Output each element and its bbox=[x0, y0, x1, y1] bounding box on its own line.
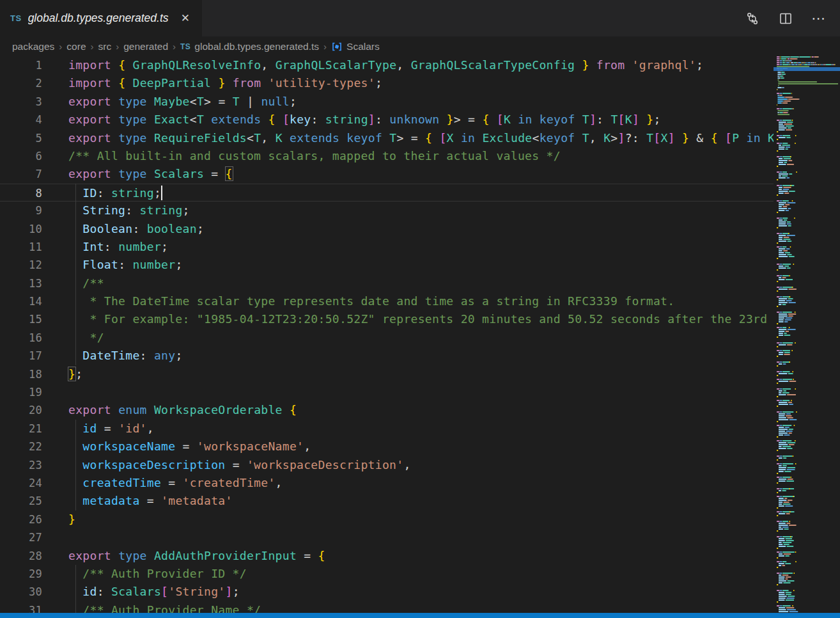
editor: 1import { GraphQLResolveInfo, GraphQLSca… bbox=[0, 56, 840, 613]
indent-guide bbox=[75, 184, 76, 365]
chevron-right-icon: › bbox=[116, 41, 119, 52]
code-line[interactable]: 20export enum WorkspaceOrderable { bbox=[0, 401, 774, 419]
code-line[interactable]: 26} bbox=[0, 511, 774, 528]
code-line[interactable]: 5export type RequireFields<T, K extends … bbox=[0, 129, 774, 147]
code-line[interactable]: 17 DateTime: any; bbox=[0, 347, 774, 365]
code-line[interactable]: 19 bbox=[0, 383, 774, 401]
line-content: /** All built-in and custom scalars, map… bbox=[42, 149, 561, 162]
line-number: 18 bbox=[0, 365, 42, 383]
line-number: 21 bbox=[0, 420, 42, 438]
code-line[interactable]: 4export type Exact<T extends { [key: str… bbox=[0, 111, 774, 129]
code-line[interactable]: 3export type Maybe<T> = T | null; bbox=[0, 93, 774, 111]
line-content: }; bbox=[42, 367, 82, 381]
line-content: export type Exact<T extends { [key: stri… bbox=[42, 113, 661, 126]
line-content bbox=[42, 385, 68, 399]
line-content: /** Auth Provider ID */ bbox=[42, 567, 247, 580]
breadcrumb-item-core[interactable]: core bbox=[66, 41, 86, 52]
code-line[interactable]: 31 /** Auth Provider Name */ bbox=[0, 601, 774, 613]
line-content: export type RequireFields<T, K extends k… bbox=[42, 131, 774, 145]
code-line[interactable]: 1import { GraphQLResolveInfo, GraphQLSca… bbox=[0, 56, 774, 74]
line-content: workspaceDescription = 'workspaceDescrip… bbox=[42, 458, 411, 471]
code-line[interactable]: 25 metadata = 'metadata' bbox=[0, 492, 774, 510]
split-editor-button[interactable] bbox=[777, 10, 794, 27]
line-content: * The DateTime scalar type represents da… bbox=[42, 294, 674, 308]
editor-tab[interactable]: TS global.db.types.generated.ts ✕ bbox=[0, 0, 202, 36]
code-line[interactable]: 7export type Scalars = { bbox=[0, 165, 774, 183]
line-number: 16 bbox=[0, 329, 42, 347]
line-number: 30 bbox=[0, 583, 42, 601]
symbol-object-icon bbox=[331, 41, 343, 52]
breadcrumb-item-global.db.types.generated.ts[interactable]: TSglobal.db.types.generated.ts bbox=[180, 41, 319, 52]
code-line[interactable]: 22 workspaceName = 'workspaceName', bbox=[0, 438, 774, 456]
code-line[interactable]: 27 bbox=[0, 528, 774, 546]
split-editor-icon bbox=[779, 12, 793, 26]
code-line[interactable]: 15 * For example: "1985-04-12T23:20:50.5… bbox=[0, 310, 774, 328]
line-number: 28 bbox=[0, 547, 42, 565]
minimap[interactable] bbox=[774, 56, 840, 613]
line-content: Boolean: boolean; bbox=[42, 222, 204, 235]
vscode-window: TS global.db.types.generated.ts ✕ bbox=[0, 0, 840, 618]
code-line[interactable]: 13 /** bbox=[0, 274, 774, 292]
line-number: 19 bbox=[0, 383, 42, 401]
code-line[interactable]: 2import { DeepPartial } from 'utility-ty… bbox=[0, 74, 774, 92]
code-line[interactable]: 12 Float: number; bbox=[0, 256, 774, 274]
line-content: * For example: "1985-04-12T23:20:50.52Z"… bbox=[42, 312, 774, 326]
code-lines[interactable]: 1import { GraphQLResolveInfo, GraphQLSca… bbox=[0, 56, 774, 613]
line-number: 14 bbox=[0, 292, 42, 310]
chevron-right-icon: › bbox=[91, 41, 94, 52]
line-number: 29 bbox=[0, 565, 42, 583]
line-content: } bbox=[42, 512, 75, 526]
breadcrumb-label: src bbox=[98, 41, 112, 52]
line-number: 31 bbox=[0, 601, 42, 613]
code-line[interactable]: 29 /** Auth Provider ID */ bbox=[0, 565, 774, 583]
line-content: */ bbox=[42, 331, 104, 344]
code-line[interactable]: 18}; bbox=[0, 365, 774, 383]
chevron-right-icon: › bbox=[323, 41, 327, 52]
breadcrumb-item-generated[interactable]: generated bbox=[123, 41, 168, 52]
line-number: 6 bbox=[0, 147, 42, 165]
line-number: 20 bbox=[0, 401, 42, 419]
code-line[interactable]: 9 String: string; bbox=[0, 202, 774, 219]
breadcrumb-item-Scalars[interactable]: Scalars bbox=[331, 41, 380, 52]
line-number: 17 bbox=[0, 347, 42, 365]
chevron-right-icon: › bbox=[59, 41, 62, 52]
text-cursor bbox=[161, 186, 162, 200]
code-line[interactable]: 23 workspaceDescription = 'workspaceDesc… bbox=[0, 456, 774, 474]
code-line[interactable]: 11 Int: number; bbox=[0, 238, 774, 256]
line-number: 11 bbox=[0, 238, 42, 256]
line-content: export type AddAuthProviderInput = { bbox=[42, 549, 325, 562]
line-number: 2 bbox=[0, 74, 42, 92]
line-number: 23 bbox=[0, 456, 42, 474]
line-content: import { DeepPartial } from 'utility-typ… bbox=[42, 76, 382, 90]
line-content: /** bbox=[42, 276, 104, 290]
code-line[interactable]: 14 * The DateTime scalar type represents… bbox=[0, 292, 774, 310]
editor-actions: ⋯ bbox=[744, 0, 840, 36]
line-content: id: Scalars['String']; bbox=[42, 585, 240, 598]
line-content: workspaceName = 'workspaceName', bbox=[42, 440, 311, 453]
line-number: 4 bbox=[0, 111, 42, 129]
line-content: Int: number; bbox=[42, 240, 168, 253]
code-line[interactable]: 24 createdTime = 'createdTime', bbox=[0, 474, 774, 492]
code-line[interactable]: 21 id = 'id', bbox=[0, 420, 774, 438]
line-number: 1 bbox=[0, 56, 42, 74]
line-number: 7 bbox=[0, 165, 42, 183]
line-number: 25 bbox=[0, 492, 42, 510]
open-changes-button[interactable] bbox=[744, 10, 761, 27]
code-line[interactable]: 6/** All built-in and custom scalars, ma… bbox=[0, 147, 774, 165]
code-line[interactable]: 30 id: Scalars['String']; bbox=[0, 583, 774, 601]
line-content: export type Maybe<T> = T | null; bbox=[42, 95, 297, 108]
breadcrumb-label: global.db.types.generated.ts bbox=[194, 41, 319, 52]
more-actions-button[interactable]: ⋯ bbox=[811, 10, 827, 27]
line-content: DateTime: any; bbox=[42, 349, 183, 362]
code-line[interactable]: 28export type AddAuthProviderInput = { bbox=[0, 547, 774, 565]
breadcrumb-item-src[interactable]: src bbox=[98, 41, 112, 52]
line-content: Float: number; bbox=[42, 258, 183, 271]
code-line[interactable]: 10 Boolean: boolean; bbox=[0, 220, 774, 238]
breadcrumb-item-packages[interactable]: packages bbox=[12, 41, 54, 52]
code-line[interactable]: 8 ID: string; bbox=[0, 184, 774, 202]
close-icon[interactable]: ✕ bbox=[179, 12, 192, 25]
line-content: ID: string; bbox=[42, 186, 162, 200]
open-changes-icon bbox=[745, 12, 759, 26]
indent-guide bbox=[75, 565, 76, 613]
code-line[interactable]: 16 */ bbox=[0, 329, 774, 347]
